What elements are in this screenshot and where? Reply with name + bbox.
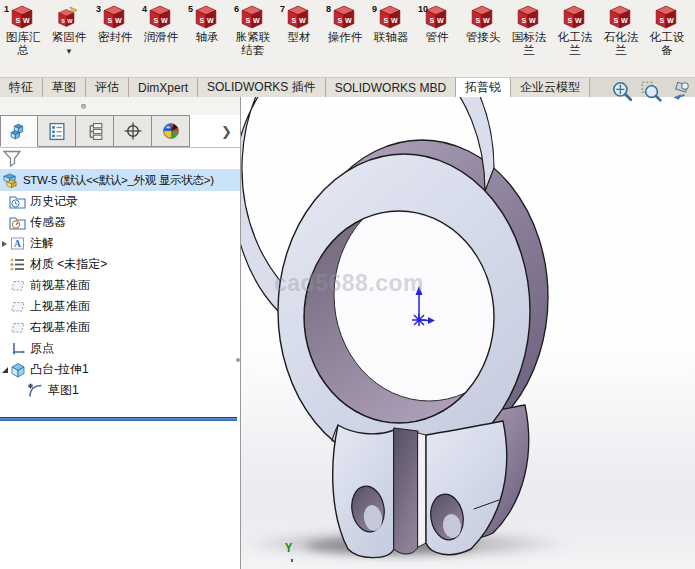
toolbar-item-pipes[interactable]: 10 管件 [414, 0, 460, 77]
panel-collapse-strip[interactable] [0, 97, 240, 116]
panel-tabs: ❯ [0, 115, 240, 148]
view-tools [611, 80, 691, 102]
tree-item-top-plane[interactable]: 上视基准面 [0, 296, 240, 317]
tab-displaymanager[interactable] [152, 115, 190, 147]
tree-item-sensors[interactable]: 传感器 [0, 212, 240, 233]
toolbar-item-profiles[interactable]: 7 型材 [276, 0, 322, 77]
sw-cube-icon [103, 5, 125, 29]
sw-cube-icon [11, 5, 33, 29]
tree-item-front-plane[interactable]: 前视基准面 [0, 275, 240, 296]
zoom-to-area-icon[interactable] [640, 80, 662, 102]
material-icon [9, 256, 26, 273]
sw-cube-icon [609, 5, 631, 29]
expand-arrow-icon[interactable] [2, 241, 7, 247]
tab-solidworks-mbd[interactable]: SOLIDWORKS MBD [326, 78, 456, 97]
toolbar-item-petrochemical-flanges[interactable]: 石化法兰 [598, 0, 644, 77]
tree-item-origin[interactable]: 原点 [0, 338, 240, 359]
part-icon [2, 172, 19, 189]
panel-expand-chevron[interactable]: ❯ [221, 124, 232, 139]
grip-dot-icon [81, 104, 86, 109]
toolbar-item-expansion-sleeves[interactable]: 6 胀紧联结套 [230, 0, 276, 77]
feature-manager-panel: ❯ STW-5 (默认<<默认>_外观 显示状态>) [0, 97, 240, 569]
sw-cube-icon [425, 5, 447, 29]
tab-propertymanager[interactable] [38, 115, 76, 147]
sw-cube-edit-icon [57, 5, 79, 29]
y-axis-tick [291, 559, 293, 562]
tree-item-history[interactable]: 历史记录 [0, 191, 240, 212]
toolbar-item-pipe-connectors[interactable]: 管接头 [460, 0, 506, 77]
toolbar-item-gb-flanges[interactable]: 国标法兰 [506, 0, 552, 77]
sw-cube-icon [287, 5, 309, 29]
sw-cube-icon [195, 5, 217, 29]
zoom-to-fit-icon[interactable] [611, 80, 633, 102]
boss-extrude-icon [9, 361, 26, 378]
displaymanager-icon [161, 121, 181, 141]
tab-evaluate[interactable]: 评估 [86, 78, 129, 97]
toolbar-item-couplings[interactable]: 9 联轴器 [368, 0, 414, 77]
sw-cube-icon [517, 5, 539, 29]
tab-dimxpertmanager[interactable] [114, 115, 152, 147]
toolbar-item-seals[interactable]: 3 密封件 [92, 0, 138, 77]
tab-enterprise-cloud[interactable]: 企业云模型 [511, 78, 590, 97]
command-manager-tabbar: 特征 草图 评估 DimXpert SOLIDWORKS 插件 SOLIDWOR… [0, 78, 695, 98]
sw-cube-icon [471, 5, 493, 29]
history-folder-icon [9, 193, 26, 210]
toolbar-item-operating-parts[interactable]: 8 操作件 [322, 0, 368, 77]
sw-cube-icon [333, 5, 355, 29]
tree-item-boss-extrude1[interactable]: 凸台-拉伸1 [0, 359, 240, 380]
toolbar-item-chemical-equipment[interactable]: 化工设备 [644, 0, 690, 77]
tab-dimxpert[interactable]: DimXpert [129, 78, 198, 97]
tree-item-right-plane[interactable]: 右视基准面 [0, 317, 240, 338]
dropdown-arrow-icon[interactable]: ▼ [65, 48, 73, 56]
annotations-icon: A [9, 235, 26, 252]
sw-cube-icon [241, 5, 263, 29]
tree-item-annotations[interactable]: A 注解 [0, 233, 240, 254]
sensors-folder-icon [9, 214, 26, 231]
sketch-icon [27, 382, 44, 399]
tree-root-part[interactable]: STW-5 (默认<<默认>_外观 显示状态>) [0, 169, 240, 191]
propertymanager-icon [48, 122, 66, 141]
collapse-arrow-icon[interactable] [2, 367, 8, 373]
feature-tree: STW-5 (默认<<默认>_外观 显示状态>) 历史记录 传感器 [0, 169, 240, 401]
tab-solidworks-addins[interactable]: SOLIDWORKS 插件 [198, 78, 326, 97]
rollback-bar[interactable] [0, 417, 237, 421]
tab-topruit[interactable]: 拓普锐 [456, 78, 511, 97]
tab-features[interactable]: 特征 [0, 78, 43, 97]
previous-view-icon[interactable] [669, 80, 691, 102]
featuremanager-icon [9, 121, 29, 141]
sw-cube-icon [655, 5, 677, 29]
graphics-viewport[interactable]: cad5688.com Y [240, 97, 695, 569]
toolbar-item-library-summary[interactable]: 1 图库汇总 [0, 0, 46, 77]
origin-icon [9, 340, 26, 357]
sw-cube-icon [379, 5, 401, 29]
sw-cube-icon [563, 5, 585, 29]
tree-root-label: STW-5 (默认<<默认>_外观 显示状态>) [23, 173, 214, 188]
toolbar-item-bearings[interactable]: 5 轴承 [184, 0, 230, 77]
tab-sketch[interactable]: 草图 [43, 78, 86, 97]
retaining-ring-3d-model[interactable] [241, 97, 695, 569]
toolbar-item-lubrication[interactable]: 4 润滑件 [138, 0, 184, 77]
tab-configurationmanager[interactable] [76, 115, 114, 147]
panel-splitter-handle[interactable] [236, 358, 240, 362]
filter-funnel-icon [2, 149, 22, 167]
plane-icon [9, 277, 26, 294]
toolbar-item-chemical-flanges[interactable]: 化工法兰 [552, 0, 598, 77]
configurationmanager-icon [86, 122, 104, 141]
svg-text:A: A [14, 239, 21, 249]
tree-item-sketch1[interactable]: 草图1 [0, 380, 240, 401]
plane-icon [9, 298, 26, 315]
plane-icon [9, 319, 26, 336]
toolbar-item-fasteners[interactable]: 紧固件 ▼ [46, 0, 92, 77]
tree-item-material[interactable]: 材质 <未指定> [0, 254, 240, 275]
tree-filter[interactable] [2, 149, 238, 169]
y-axis-label: Y [285, 542, 292, 556]
sw-cube-icon [149, 5, 171, 29]
tab-featuremanager[interactable] [0, 115, 38, 147]
dimxpertmanager-icon [123, 121, 143, 141]
standard-library-toolbar: 1 图库汇总 紧固件 ▼ 3 密封件 4 润滑件 5 轴承 6 胀紧联结套 7 … [0, 0, 695, 78]
